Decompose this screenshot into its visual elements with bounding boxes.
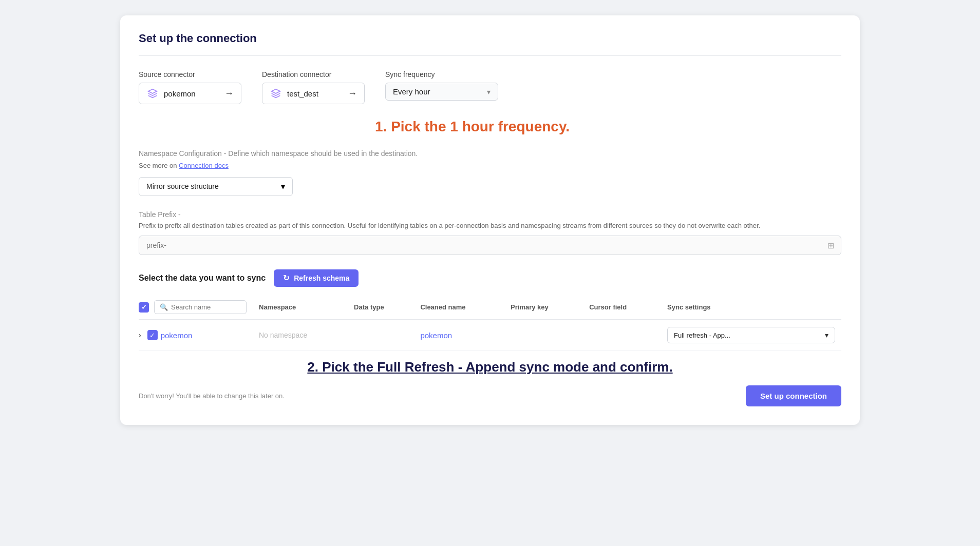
sync-mode-dropdown-arrow: ▾ bbox=[825, 331, 828, 339]
namespace-section: Namespace Configuration - Define which n… bbox=[139, 149, 841, 196]
divider bbox=[139, 55, 841, 56]
page-title: Set up the connection bbox=[139, 32, 841, 45]
connectors-row: Source connector pokemon → Destination c… bbox=[139, 70, 841, 104]
refresh-schema-label: Refresh schema bbox=[294, 274, 349, 282]
search-input[interactable] bbox=[171, 303, 233, 311]
row-checkbox[interactable]: ✓ bbox=[147, 330, 158, 340]
destination-name: test_dest bbox=[287, 89, 343, 98]
destination-arrow: → bbox=[348, 88, 357, 99]
refresh-icon: ↻ bbox=[283, 274, 290, 283]
th-namespace: Namespace bbox=[253, 295, 348, 320]
source-connector-box: pokemon → bbox=[139, 83, 241, 104]
freq-dropdown-arrow: ▾ bbox=[487, 88, 491, 96]
footer-note: Don't worry! You'll be able to change th… bbox=[139, 392, 285, 400]
row-cleaned-name: pokemon bbox=[414, 320, 504, 351]
prefix-input[interactable] bbox=[139, 236, 841, 255]
main-card: Set up the connection Source connector p… bbox=[120, 15, 860, 425]
row-primary-key bbox=[504, 320, 583, 351]
row-sync-mode-cell: Full refresh - App... ▾ bbox=[661, 320, 841, 351]
th-primary-key: Primary key bbox=[504, 295, 583, 320]
destination-connector-box: test_dest → bbox=[262, 83, 365, 104]
sync-frequency-group: Sync frequency Every hour ▾ bbox=[385, 70, 498, 101]
setup-connection-button[interactable]: Set up connection bbox=[746, 385, 841, 406]
select-data-header: Select the data you want to sync ↻ Refre… bbox=[139, 269, 841, 287]
header-checkbox[interactable]: ✓ bbox=[139, 302, 149, 313]
sync-freq-label: Sync frequency bbox=[385, 70, 498, 79]
namespace-dropdown-arrow: ▾ bbox=[281, 182, 285, 191]
sync-mode-dropdown[interactable]: Full refresh - App... ▾ bbox=[667, 327, 835, 343]
table-row: › ✓ pokemon No namespace pokemon bbox=[139, 320, 841, 351]
th-sync-settings: Sync settings bbox=[661, 295, 841, 320]
search-wrap: 🔍 bbox=[154, 300, 247, 314]
sync-mode-value: Full refresh - App... bbox=[674, 332, 730, 339]
source-name: pokemon bbox=[164, 89, 219, 98]
destination-group: Destination connector test_dest → bbox=[262, 70, 365, 104]
source-label: Source connector bbox=[139, 70, 241, 79]
th-cleaned-name: Cleaned name bbox=[414, 295, 504, 320]
th-checkbox: ✓ 🔍 bbox=[139, 295, 253, 320]
table-prefix-label: Table Prefix - bbox=[139, 210, 841, 219]
table-prefix-section: Table Prefix - Prefix to prefix all dest… bbox=[139, 210, 841, 256]
source-icon bbox=[146, 87, 159, 100]
destination-label: Destination connector bbox=[262, 70, 365, 79]
sync-freq-dropdown[interactable]: Every hour ▾ bbox=[385, 83, 498, 101]
source-arrow: → bbox=[224, 88, 234, 99]
annotation-2: 2. Pick the Full Refresh - Append sync m… bbox=[139, 359, 841, 375]
namespace-select-value: Mirror source structure bbox=[146, 182, 219, 190]
source-group: Source connector pokemon → bbox=[139, 70, 241, 104]
refresh-schema-button[interactable]: ↻ Refresh schema bbox=[274, 269, 359, 287]
th-cursor-field: Cursor field bbox=[583, 295, 661, 320]
row-check-icon: ✓ bbox=[149, 332, 155, 339]
row-expand-check-cell: › ✓ pokemon bbox=[139, 320, 253, 351]
row-pokemon-name: pokemon bbox=[161, 331, 193, 340]
row-data-type bbox=[348, 320, 414, 351]
dest-icon bbox=[270, 87, 282, 100]
table-header-row: ✓ 🔍 Namespace Data type Cleaned name Pri… bbox=[139, 295, 841, 320]
row-cursor-field bbox=[583, 320, 661, 351]
header-check-icon: ✓ bbox=[141, 303, 147, 311]
th-data-type: Data type bbox=[348, 295, 414, 320]
sync-table: ✓ 🔍 Namespace Data type Cleaned name Pri… bbox=[139, 295, 841, 351]
search-icon: 🔍 bbox=[160, 303, 168, 311]
annotation-1: 1. Pick the 1 hour frequency. bbox=[375, 119, 841, 135]
table-prefix-desc: Prefix to prefix all destination tables … bbox=[139, 221, 841, 231]
sync-freq-value: Every hour bbox=[393, 87, 430, 96]
prefix-input-wrap: ⊞ bbox=[139, 236, 841, 255]
row-namespace: No namespace bbox=[253, 320, 348, 351]
namespace-title: Namespace Configuration - Define which n… bbox=[139, 149, 841, 158]
expand-icon[interactable]: › bbox=[139, 331, 141, 339]
footer-row: Don't worry! You'll be able to change th… bbox=[139, 385, 841, 406]
namespace-select-dropdown[interactable]: Mirror source structure ▾ bbox=[139, 177, 293, 196]
connection-docs-link[interactable]: Connection docs bbox=[179, 162, 229, 169]
select-data-title: Select the data you want to sync bbox=[139, 274, 266, 283]
namespace-desc: See more on Connection docs bbox=[139, 161, 841, 171]
table-grid-icon: ⊞ bbox=[827, 241, 834, 250]
